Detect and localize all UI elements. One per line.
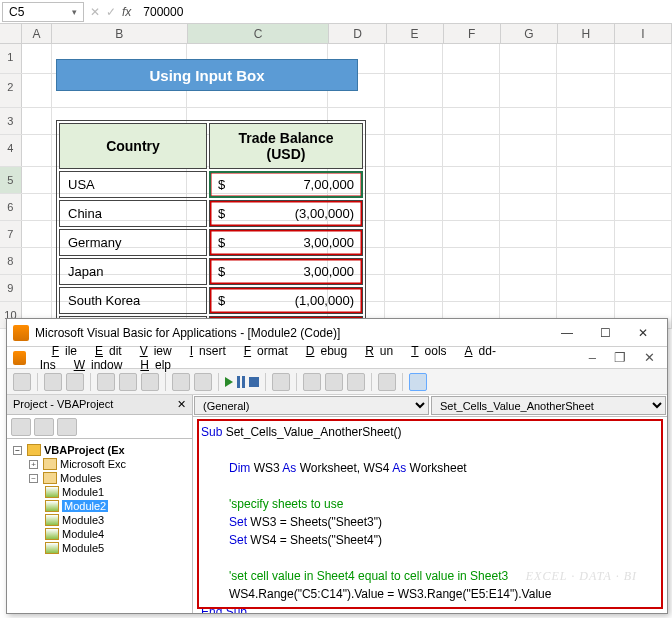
select-all-corner[interactable]: [0, 24, 22, 43]
cut-icon[interactable]: [97, 373, 115, 391]
redo-icon[interactable]: [194, 373, 212, 391]
cell[interactable]: [443, 275, 500, 301]
balance-cell[interactable]: $7,00,000: [209, 171, 363, 198]
balance-cell[interactable]: $(3,00,000): [209, 200, 363, 227]
tree-module-module3[interactable]: Module3: [11, 513, 188, 527]
cell[interactable]: [557, 167, 614, 193]
table-row[interactable]: Germany$3,00,000: [59, 229, 363, 256]
cell[interactable]: [385, 275, 442, 301]
cell[interactable]: [500, 108, 557, 134]
menu-help[interactable]: Help: [128, 356, 177, 374]
row-header-8[interactable]: 8: [0, 248, 22, 274]
col-header-H[interactable]: H: [558, 24, 615, 43]
cell[interactable]: [443, 108, 500, 134]
cell[interactable]: [615, 194, 672, 220]
balance-cell[interactable]: $3,00,000: [209, 229, 363, 256]
cell[interactable]: [500, 248, 557, 274]
accept-icon[interactable]: ✓: [106, 5, 116, 19]
cell[interactable]: [557, 135, 614, 166]
toolbox-icon[interactable]: [378, 373, 396, 391]
row-header-7[interactable]: 7: [0, 221, 22, 247]
row-header-4[interactable]: 4: [0, 135, 22, 166]
col-header-B[interactable]: B: [52, 24, 188, 43]
project-explorer-icon[interactable]: [303, 373, 321, 391]
country-cell[interactable]: USA: [59, 171, 207, 198]
cell[interactable]: [443, 44, 500, 73]
design-mode-icon[interactable]: [272, 373, 290, 391]
col-header-A[interactable]: A: [22, 24, 52, 43]
cell[interactable]: [22, 167, 52, 193]
cell[interactable]: [443, 135, 500, 166]
view-code-icon[interactable]: [11, 418, 31, 436]
reset-icon[interactable]: [249, 377, 259, 387]
view-object-icon[interactable]: [34, 418, 54, 436]
table-row[interactable]: South Korea$(1,00,000): [59, 287, 363, 314]
row-header-1[interactable]: 1: [0, 44, 22, 73]
cell[interactable]: [615, 221, 672, 247]
cell[interactable]: [500, 74, 557, 107]
country-cell[interactable]: Japan: [59, 258, 207, 285]
close-button[interactable]: ✕: [625, 322, 661, 344]
cell[interactable]: [22, 74, 52, 107]
cell[interactable]: [443, 194, 500, 220]
balance-cell[interactable]: $(1,00,000): [209, 287, 363, 314]
cell[interactable]: [615, 135, 672, 166]
name-box[interactable]: C5 ▾: [2, 2, 84, 22]
cell[interactable]: [500, 44, 557, 73]
cancel-icon[interactable]: ✕: [90, 5, 100, 19]
cell[interactable]: [22, 135, 52, 166]
cell[interactable]: [443, 221, 500, 247]
mdi-minimize-icon[interactable]: –: [583, 348, 602, 367]
properties-icon[interactable]: [325, 373, 343, 391]
tree-module-module5[interactable]: Module5: [11, 541, 188, 555]
object-dropdown[interactable]: (General): [194, 396, 429, 415]
menu-window[interactable]: Window: [62, 356, 129, 374]
menu-insert[interactable]: Insert: [178, 342, 232, 360]
paste-icon[interactable]: [141, 373, 159, 391]
cell[interactable]: [500, 221, 557, 247]
menu-tools[interactable]: Tools: [399, 342, 452, 360]
object-browser-icon[interactable]: [347, 373, 365, 391]
run-icon[interactable]: [225, 377, 233, 387]
cell[interactable]: [22, 194, 52, 220]
cell[interactable]: [443, 167, 500, 193]
row-header-3[interactable]: 3: [0, 108, 22, 134]
cell[interactable]: [557, 194, 614, 220]
menu-format[interactable]: Format: [232, 342, 294, 360]
cell[interactable]: [22, 221, 52, 247]
th-country[interactable]: Country: [59, 123, 207, 169]
cell[interactable]: [22, 44, 52, 73]
formula-input[interactable]: [135, 3, 672, 21]
th-balance[interactable]: Trade Balance (USD): [209, 123, 363, 169]
project-tree[interactable]: −VBAProject (Ex +Microsoft Exc −Modules …: [7, 439, 192, 613]
maximize-button[interactable]: ☐: [587, 322, 623, 344]
tree-module-module4[interactable]: Module4: [11, 527, 188, 541]
view-excel-icon[interactable]: [13, 373, 31, 391]
cell[interactable]: [385, 135, 442, 166]
tree-excel-objects[interactable]: +Microsoft Exc: [11, 457, 188, 471]
country-cell[interactable]: Germany: [59, 229, 207, 256]
tree-root[interactable]: −VBAProject (Ex: [11, 443, 188, 457]
row-header-9[interactable]: 9: [0, 275, 22, 301]
table-row[interactable]: Japan$3,00,000: [59, 258, 363, 285]
help-icon[interactable]: [409, 373, 427, 391]
tree-modules-folder[interactable]: −Modules: [11, 471, 188, 485]
fx-icon[interactable]: fx: [122, 5, 131, 19]
toggle-folders-icon[interactable]: [57, 418, 77, 436]
menu-debug[interactable]: Debug: [294, 342, 353, 360]
cell[interactable]: [557, 248, 614, 274]
balance-cell[interactable]: $3,00,000: [209, 258, 363, 285]
cell[interactable]: [557, 108, 614, 134]
cell[interactable]: [500, 194, 557, 220]
row-header-6[interactable]: 6: [0, 194, 22, 220]
copy-icon[interactable]: [119, 373, 137, 391]
row-header-2[interactable]: 2: [0, 74, 22, 107]
table-row[interactable]: USA$7,00,000: [59, 171, 363, 198]
col-header-G[interactable]: G: [501, 24, 558, 43]
mdi-close-icon[interactable]: ✕: [638, 348, 661, 367]
cell[interactable]: [443, 74, 500, 107]
code-editor[interactable]: Sub Set_Cells_Value_AnotherSheet() Dim W…: [193, 417, 667, 613]
country-cell[interactable]: China: [59, 200, 207, 227]
col-header-E[interactable]: E: [387, 24, 444, 43]
cell[interactable]: [615, 248, 672, 274]
